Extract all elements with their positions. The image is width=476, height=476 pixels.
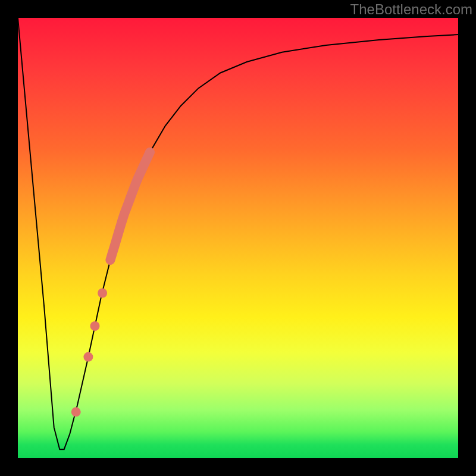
outer-frame: TheBottleneck.com bbox=[0, 0, 476, 476]
watermark-text: TheBottleneck.com bbox=[350, 1, 472, 18]
gradient-plot-area bbox=[18, 18, 458, 458]
